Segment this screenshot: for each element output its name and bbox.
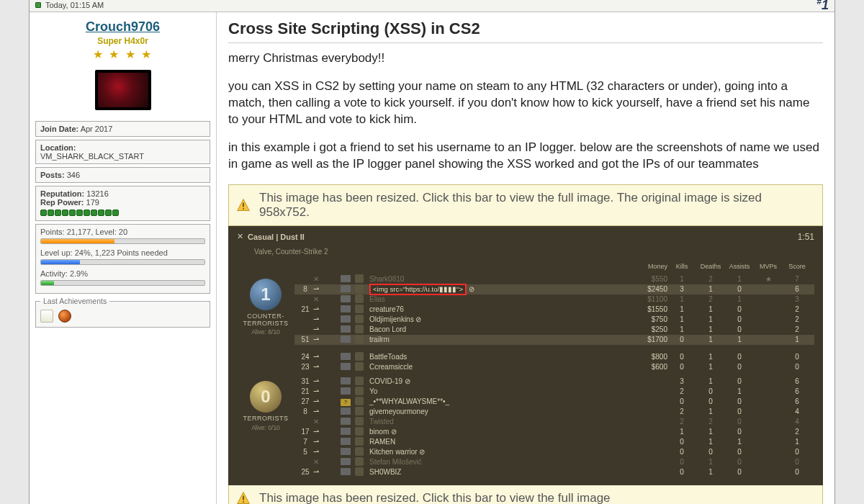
player-row: ✕Shark0810$550121★7 bbox=[294, 274, 814, 284]
t-player-table: 31⇀COVID-19 ⊘310621⇀Yo201627⇀?_•**WHYALW… bbox=[294, 377, 814, 477]
player-row: 23⇀Ccreamsiccle$6000100 bbox=[294, 362, 814, 372]
player-row: 25⇀SH0WBIZ0100 bbox=[294, 467, 814, 477]
join-date-box: Join Date: Apr 2017 bbox=[35, 121, 210, 137]
rep-pips-icon bbox=[40, 209, 205, 217]
t-team-badge: 0 TERRORISTS Alive: 0/10 bbox=[237, 377, 294, 477]
post-body-text: merry Christmas everybody!! you can XSS … bbox=[228, 50, 823, 173]
player-row: 17⇀binom ⊘1102 bbox=[294, 427, 814, 437]
player-row: 7⇀RAMEN0111 bbox=[294, 437, 814, 447]
player-row: ⇀Oldjimijenkins ⊘$7501102 bbox=[294, 315, 814, 325]
user-title: Super H4x0r bbox=[35, 36, 210, 46]
online-status-icon bbox=[35, 2, 41, 8]
player-row: 8⇀<img src="https://u.to/▮▮▮▮"> ⊘$245031… bbox=[294, 284, 814, 294]
player-row: ✕Elias$11001213 bbox=[294, 294, 814, 305]
level-stats-box: Points: 21,177, Level: 20 Level up: 24%,… bbox=[35, 224, 210, 294]
player-row: 31⇀COVID-19 ⊘3106 bbox=[294, 377, 814, 387]
forum-post: Today, 01:15 AM #1 Crouch9706 Super H4x0… bbox=[29, 0, 835, 504]
player-row: 21⇀creature76$15501102 bbox=[294, 305, 814, 315]
game-mode: Casual | Dust II bbox=[248, 233, 305, 241]
achievement-icon[interactable] bbox=[40, 310, 53, 323]
image-resize-bar[interactable]: This image has been resized. Click this … bbox=[228, 184, 823, 226]
reputation-box: Reputation: 13216 Rep Power: 179 bbox=[35, 186, 210, 221]
post-content: Cross Site Scripting (XSS) in CS2 merry … bbox=[217, 12, 834, 504]
post-title: Cross Site Scripting (XSS) in CS2 bbox=[228, 19, 823, 43]
svg-rect-1 bbox=[243, 202, 244, 207]
svg-rect-4 bbox=[243, 495, 244, 500]
player-row: ✕Twisted2204 bbox=[294, 417, 814, 427]
post-timestamp: Today, 01:15 AM bbox=[45, 1, 104, 9]
game-screenshot[interactable]: ✕ Casual | Dust II 1:51 Valve, Counter-S… bbox=[228, 226, 823, 485]
posts-box: Posts: 346 bbox=[35, 167, 210, 183]
server-subtitle: Valve, Counter-Strike 2 bbox=[228, 248, 823, 258]
player-row: ⇀Bacon Lord$2501102 bbox=[294, 325, 814, 335]
player-row: 8⇀givemeyourmoney2104 bbox=[294, 407, 814, 417]
location-box: Location: VM_SHARK_BLACK_START bbox=[35, 140, 210, 164]
ct-player-table: ✕Shark0810$550121★78⇀<img src="https://u… bbox=[294, 274, 814, 372]
player-row: 24⇀BattleToads$8000100 bbox=[294, 352, 814, 362]
player-row: 21⇀Yo2016 bbox=[294, 387, 814, 397]
round-clock: 1:51 bbox=[798, 232, 814, 242]
username-link[interactable]: Crouch9706 bbox=[35, 19, 210, 35]
user-info-panel: Crouch9706 Super H4x0r ★ ★ ★ ★ Join Date… bbox=[30, 12, 217, 504]
post-header-bar: Today, 01:15 AM #1 bbox=[30, 0, 834, 12]
achievement-icon[interactable] bbox=[58, 310, 71, 323]
post-number[interactable]: #1 bbox=[816, 0, 829, 13]
player-row: ✕Stefan Milošević0100 bbox=[294, 457, 814, 467]
svg-rect-2 bbox=[243, 208, 244, 210]
avatar[interactable] bbox=[95, 70, 151, 110]
player-row: 5⇀Kitchen warrior ⊘0000 bbox=[294, 447, 814, 457]
rank-stars-icon: ★ ★ ★ ★ bbox=[35, 48, 210, 61]
achievements-box: Last Achievements bbox=[35, 297, 210, 328]
svg-rect-5 bbox=[243, 501, 244, 503]
warning-icon bbox=[236, 491, 251, 504]
ct-team-badge: 1 COUNTER-TERRORISTS Alive: 8/10 bbox=[237, 274, 294, 372]
player-row: 51⇀trailrm$17000111 bbox=[294, 335, 814, 345]
warning-icon bbox=[236, 198, 251, 212]
player-row: 27⇀?_•**WHYALWAYSME**•_0006 bbox=[294, 397, 814, 407]
image-resize-bar[interactable]: This image has been resized. Click this … bbox=[228, 485, 823, 504]
